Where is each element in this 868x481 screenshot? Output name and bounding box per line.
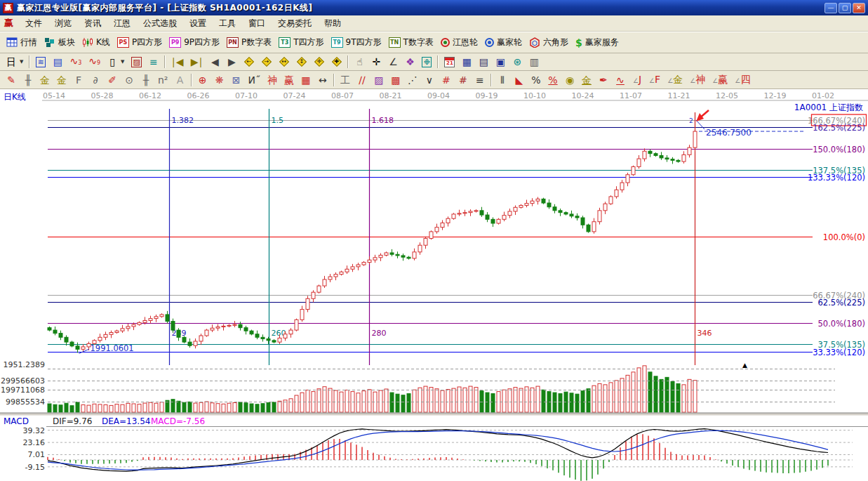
minimize-button[interactable]: — [824, 3, 837, 13]
percent-line-tool[interactable]: % [545, 73, 561, 87]
ruler-ticks-tool[interactable]: ╫ [20, 73, 36, 87]
gann-h-expand-button[interactable]: ↔ [275, 55, 293, 69]
winner-service-button[interactable]: $赢家服务 [572, 35, 622, 50]
calculator-button[interactable]: ▦ [458, 55, 475, 69]
app-logo-icon: 赢 [3, 3, 13, 13]
t-frame-tool[interactable]: 工 [337, 73, 354, 87]
gold-level-tool[interactable]: 金 [578, 73, 595, 87]
prev-bar-button[interactable]: ◀ [206, 55, 223, 69]
next-bar-button[interactable]: ▶ [223, 55, 240, 69]
gold-ruler-tool[interactable]: 金 [36, 73, 53, 87]
menu-item-5[interactable]: 设置 [183, 15, 213, 32]
v-pattern-tool[interactable]: ∨ [421, 73, 438, 87]
nine-p-square-button[interactable]: P99P四方形 [166, 35, 223, 50]
quotes-button[interactable]: 行情 [3, 35, 41, 50]
ying-label-tool[interactable]: 赢 [281, 73, 298, 87]
menu-item-1[interactable]: 浏览 [48, 15, 78, 32]
circle-cross-tool[interactable]: ⊕ [194, 73, 211, 87]
gann-wheel-button[interactable]: 江恩轮 [437, 35, 481, 50]
maximize-button[interactable]: ▢ [839, 3, 851, 13]
quote-mark-tool[interactable]: И˝ [245, 73, 264, 87]
gann-all-button[interactable]: ✚ [328, 55, 345, 69]
last-page-button[interactable]: ▶∣ [187, 55, 207, 69]
pen-marker-tool[interactable]: ✐ [104, 73, 121, 87]
calendar-button[interactable]: 21 [441, 55, 458, 69]
wave-tool[interactable]: ∿ [612, 73, 629, 87]
save-button[interactable]: ▣ [492, 55, 509, 69]
percent-tool[interactable]: % [528, 73, 545, 87]
multi-ray-tool[interactable]: ≡ [472, 73, 488, 87]
zoom-region-icon[interactable]: ≋ [32, 55, 49, 69]
gold-angle-tool[interactable]: ∠金 [664, 72, 686, 88]
f-angle-tool[interactable]: ∠F [646, 72, 664, 88]
pattern-tool-button[interactable]: ❉ [418, 55, 435, 69]
boxed-star-tool[interactable]: ⊠ [228, 73, 245, 87]
print-button[interactable]: ▥ [526, 55, 542, 69]
winner-wheel-button[interactable]: 赢家轮 [481, 35, 526, 50]
hexagon-button[interactable]: 六角形 [526, 35, 572, 50]
fan-box-purple-tool[interactable]: ▨ [370, 73, 387, 87]
tick-ruler-tool[interactable]: ╫ [138, 73, 154, 87]
menu-item-7[interactable]: 窗口 [242, 15, 272, 32]
gold-ruler2-tool[interactable]: 金 [53, 73, 70, 87]
nine-t-square-button[interactable]: T99T四方形 [328, 35, 385, 50]
j-angle-tool[interactable]: ∠J [629, 72, 646, 88]
network-button[interactable]: ⊛ [509, 55, 526, 69]
gann-cross-button[interactable]: ✛ [310, 55, 328, 69]
hand-tool-button[interactable]: ☝ [351, 55, 368, 69]
close-button[interactable]: ✕ [853, 3, 865, 13]
n-square-tool[interactable]: n² [154, 73, 172, 87]
time-wheel-tool[interactable]: ⊙ [121, 73, 138, 87]
period-day-dropdown[interactable]: 日▼ [3, 55, 27, 69]
sectors-button[interactable]: 板块 [41, 35, 79, 50]
menu-item-6[interactable]: 工具 [213, 15, 242, 32]
menu-item-3[interactable]: 江恩 [107, 15, 137, 32]
f-ruler-tool[interactable]: F [70, 73, 87, 87]
gold-circle-tool[interactable]: ◉ [561, 73, 578, 87]
t-square-button[interactable]: T3T四方形 [275, 35, 327, 50]
grid-a-tool[interactable]: # [438, 73, 455, 87]
info-panel-icon[interactable]: ▤ [49, 55, 66, 69]
si-angle-tool[interactable]: ∠四 [731, 72, 754, 88]
candle-style-dropdown[interactable]: ▯▼ [104, 55, 128, 69]
first-page-button[interactable]: ∣◀ [168, 55, 187, 69]
ying-angle-tool[interactable]: ∠赢 [709, 72, 731, 88]
grid-129-tool[interactable]: ▦ [298, 73, 314, 87]
ray-fan-tool[interactable]: ∕∕ [354, 73, 370, 87]
menu-item-2[interactable]: 资讯 [78, 15, 107, 32]
chart-area[interactable]: 日K线 1A0001 上证指数 MACD DIF=9.76 DEA=13.54 … [0, 89, 868, 481]
angle-measure-button[interactable]: ∠ [385, 55, 401, 69]
t-number-table-button[interactable]: TNT数字表 [385, 35, 437, 50]
shen-label-tool[interactable]: 神 [264, 73, 281, 87]
fan-box-red-tool[interactable]: ▩ [387, 73, 404, 87]
snowflake-tool[interactable]: ❋ [211, 73, 228, 87]
gann-right-button[interactable]: → [258, 55, 275, 69]
menu-item-0[interactable]: 文件 [19, 15, 48, 32]
compress-9-icon[interactable]: ∿9 [85, 54, 104, 70]
span-measure-tool[interactable]: ↔ [314, 73, 331, 87]
memo-button[interactable]: ▤ [475, 55, 492, 69]
angle-a-tool[interactable]: A [172, 73, 189, 87]
toolbar-separator [29, 55, 30, 68]
spiral-ruler-tool[interactable]: ∂ [87, 73, 104, 87]
menu-item-8[interactable]: 交易委托 [272, 15, 318, 32]
timeshare-chart-icon[interactable]: ▨ [128, 55, 145, 69]
gann-box-tool-button[interactable]: ❖ [401, 55, 418, 69]
kline-button[interactable]: K线 [79, 35, 114, 50]
draw-pen-tool[interactable]: ✎ [3, 73, 20, 87]
gann-v-expand-button[interactable]: ↕ [293, 55, 310, 69]
menu-item-9[interactable]: 帮助 [318, 15, 347, 32]
price-volume-icon[interactable]: ≡ [145, 55, 162, 69]
gann-left-button[interactable]: ← [240, 55, 258, 69]
p-square-button[interactable]: PSP四方形 [114, 35, 166, 50]
crosshair-tool-button[interactable]: ✛ [368, 55, 385, 69]
shen-angle-tool[interactable]: ∠神 [686, 72, 709, 88]
loss-percent-tool[interactable]: ◣ [511, 73, 528, 87]
grid-b-tool[interactable]: # [455, 73, 472, 87]
compress-3-icon[interactable]: ∿3 [66, 54, 85, 70]
menu-item-4[interactable]: 公式选股 [137, 15, 183, 32]
scale-bars-tool[interactable]: ⫴ [494, 73, 511, 87]
ink-lines-tool[interactable]: ✒ [595, 73, 612, 87]
p-number-table-button[interactable]: PNP数字表 [223, 35, 275, 50]
trend-rays-tool[interactable]: ⋰ [404, 73, 421, 87]
